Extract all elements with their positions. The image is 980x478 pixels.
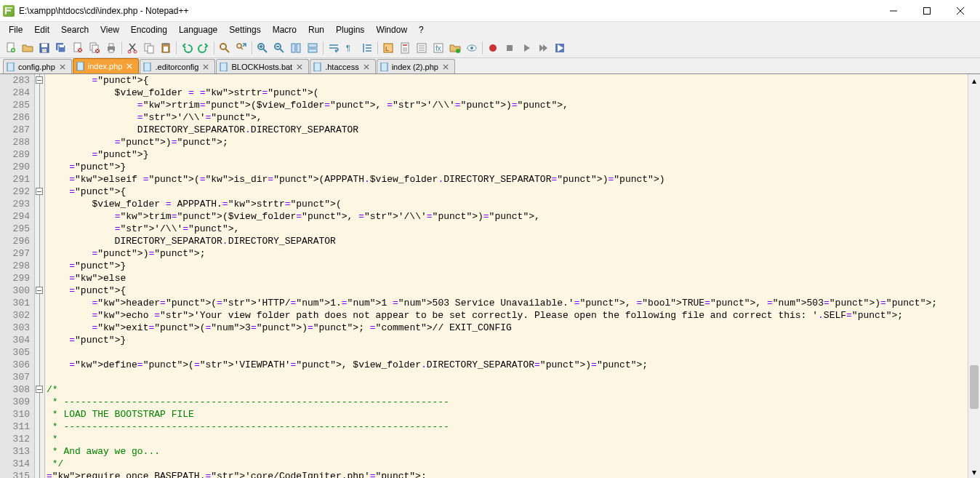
menu-search[interactable]: Search [55,23,95,36]
close-icon[interactable] [70,40,86,56]
code-line[interactable]: ="punct">)="punct">; [47,247,980,260]
open-file-icon[interactable] [20,40,36,56]
scroll-up-button[interactable]: ▴ [968,74,980,87]
copy-icon[interactable] [141,40,157,56]
menu-plugins[interactable]: Plugins [330,23,370,36]
indent-guide-icon[interactable] [359,40,375,56]
code-line[interactable]: ="punct">} [47,260,980,272]
code-line[interactable]: * LOAD THE BOOTSTRAP FILE [47,408,980,421]
fold-toggle[interactable] [36,76,43,84]
scroll-down-button[interactable]: ▾ [968,466,980,478]
folder-workspace-icon[interactable] [447,40,463,56]
all-chars-icon[interactable]: ¶ [342,40,358,56]
play-multi-icon[interactable] [535,40,551,56]
fold-toggle[interactable] [36,188,43,195]
code-line[interactable]: ="punct">)="punct">; [47,136,980,148]
code-line[interactable]: ="punct">} [47,148,980,161]
tab--htaccess[interactable]: .htaccess [310,59,375,73]
code-line[interactable]: ="kw">else [47,272,980,284]
code-line[interactable]: ="str">'/\\'="punct">, [47,111,980,124]
menu-window[interactable]: Window [370,23,413,36]
sync-v-icon[interactable] [288,40,304,56]
zoom-in-icon[interactable] [254,40,270,56]
code-line[interactable] [47,346,980,359]
minimize-button[interactable] [877,0,910,22]
code-line[interactable]: DIRECTORY_SEPARATOR.DIRECTORY_SEPARATOR [47,124,980,136]
tab-config-php[interactable]: config.php [3,59,72,73]
redo-icon[interactable] [196,40,212,56]
tab-close-button[interactable] [362,63,371,71]
menu-view[interactable]: View [95,23,125,36]
maximize-button[interactable] [910,0,944,22]
code-line[interactable] [47,371,980,383]
play-icon[interactable] [518,40,534,56]
code-line[interactable]: ="punct">} [47,334,980,346]
wordwrap-icon[interactable] [326,40,342,56]
tab-close-button[interactable] [58,63,67,71]
code-line[interactable]: * --------------------------------------… [47,396,980,408]
udl-icon[interactable]: L [380,40,396,56]
tab-blockhosts-bat[interactable]: BLOCKHosts.bat [216,59,309,73]
code-line[interactable]: /* [47,383,980,396]
close-window-button[interactable] [944,0,977,22]
code-line[interactable]: ="kw">exit="punct">(="num">3="punct">)="… [47,322,980,334]
code-line[interactable]: DIRECTORY_SEPARATOR.DIRECTORY_SEPARATOR [47,235,980,247]
menu-language[interactable]: Language [173,23,223,36]
code-line[interactable]: ="kw">define="punct">(="str">'VIEWPATH'=… [47,359,980,371]
tab-index--2--php[interactable]: index (2).php [377,59,455,73]
menu-settings[interactable]: Settings [223,23,266,36]
sync-h-icon[interactable] [305,40,321,56]
menu-encoding[interactable]: Encoding [125,23,173,36]
save-icon[interactable] [36,40,52,56]
paste-icon[interactable] [158,40,174,56]
code-line[interactable]: ="kw">trim="punct">($view_folder="punct"… [47,210,980,223]
code-area[interactable]: ="punct">{ $view_folder = ="kw">strtr="p… [45,74,980,478]
zoom-out-icon[interactable] [271,40,287,56]
code-line[interactable]: * --------------------------------------… [47,421,980,433]
tab--editorconfig[interactable]: .editorconfig [140,59,215,73]
tab-close-button[interactable] [201,63,210,71]
code-line[interactable]: ="punct">{ [47,186,980,198]
save-all-icon[interactable] [53,40,69,56]
code-line[interactable]: */ [47,458,980,470]
record-icon[interactable] [485,40,501,56]
menu-macro[interactable]: Macro [267,23,302,36]
code-line[interactable]: ="kw">rtrim="punct">($view_folder="punct… [47,99,980,111]
code-line[interactable]: ="punct">{ [47,74,980,87]
tab-index-php[interactable]: index.php [73,58,140,73]
print-icon[interactable] [103,40,119,56]
code-line[interactable]: ="punct">} [47,161,980,173]
code-line[interactable]: * [47,433,980,445]
vertical-scrollbar[interactable]: ▴ ▾ [968,74,980,478]
code-line[interactable]: ="str">'/\\'="punct">, [47,223,980,235]
doc-list-icon[interactable] [414,40,430,56]
doc-map-icon[interactable] [397,40,413,56]
menu-edit[interactable]: Edit [28,23,55,36]
stop-icon[interactable] [502,40,518,56]
menu-run[interactable]: Run [302,23,330,36]
close-all-icon[interactable] [87,40,103,56]
undo-icon[interactable] [179,40,195,56]
monitoring-icon[interactable] [464,40,480,56]
fold-toggle[interactable] [36,386,43,393]
code-line[interactable]: ="kw">elseif ="punct">(="kw">is_dir="pun… [47,173,980,186]
menu-help[interactable]: ? [413,23,430,36]
tab-close-button[interactable] [295,63,304,71]
code-line[interactable]: ="punct">{ [47,284,980,297]
tab-close-button[interactable] [125,62,134,71]
new-file-icon[interactable] [3,40,19,56]
code-line[interactable]: $view_folder = ="kw">strtr="punct">( [47,87,980,99]
code-line[interactable]: ="kw">require_once BASEPATH.="str">'core… [47,470,980,478]
fold-toggle[interactable] [36,287,43,294]
replace-icon[interactable] [233,40,249,56]
menu-file[interactable]: File [3,23,28,36]
code-line[interactable]: ="kw">echo ="str">'Your view folder path… [47,309,980,322]
save-macro-icon[interactable] [552,40,568,56]
scroll-thumb[interactable] [970,365,979,409]
code-line[interactable]: * And away we go... [47,445,980,458]
func-list-icon[interactable]: fx [430,40,446,56]
tab-close-button[interactable] [441,63,450,71]
code-line[interactable]: $view_folder = APPPATH.="kw">strtr="punc… [47,198,980,210]
find-icon[interactable] [217,40,233,56]
cut-icon[interactable] [124,40,140,56]
